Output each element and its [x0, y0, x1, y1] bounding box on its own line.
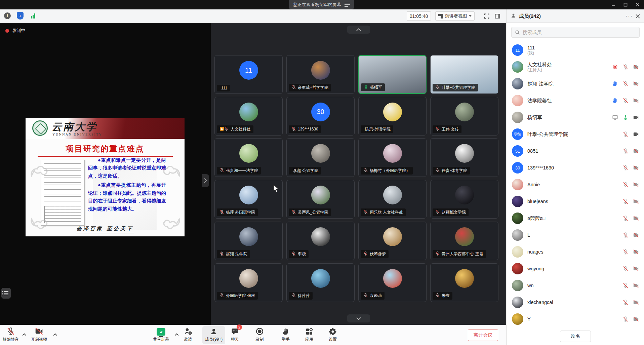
- video-tile[interactable]: 30 139***1630: [286, 97, 355, 136]
- video-tile[interactable]: 外国语学院 张琳: [214, 263, 283, 302]
- video-tile[interactable]: 11 111: [214, 55, 283, 94]
- audio-options-chevron[interactable]: [22, 331, 27, 336]
- member-row[interactable]: L: [507, 227, 644, 243]
- participant-name: 王伟 文传: [442, 126, 459, 132]
- member-row[interactable]: bluejeans: [507, 193, 644, 210]
- video-tile[interactable]: 人文社科处: [214, 97, 283, 136]
- close-window-button[interactable]: [634, 1, 641, 8]
- member-name: bluejeans: [527, 198, 622, 204]
- slide-bullets: ●重点和难点一定要分开，是两回事，很多申请者论证时说重点即难点，这是废话。 ●重…: [88, 156, 166, 214]
- view-mode-selector[interactable]: 演讲者视图: [435, 11, 475, 21]
- video-tile[interactable]: 杨绍军: [358, 55, 427, 94]
- minimize-button[interactable]: [610, 1, 617, 8]
- banner-menu-icon[interactable]: [345, 3, 350, 7]
- video-options-chevron[interactable]: [53, 331, 58, 336]
- search-input[interactable]: [523, 30, 636, 35]
- mic-muted-icon: [622, 131, 629, 137]
- bottom-toolbar: 解除静音 开启视频 共享屏幕 邀请: [0, 325, 506, 345]
- leave-meeting-button[interactable]: 离开会议: [468, 329, 498, 341]
- rename-button[interactable]: 改名: [560, 331, 591, 342]
- video-tile[interactable]: 李极: [286, 222, 355, 260]
- video-tile[interactable]: 陈思-外语学院: [358, 97, 427, 136]
- mic-muted-icon: [622, 182, 629, 188]
- members-button[interactable]: 成员(99+): [202, 326, 225, 344]
- video-tile[interactable]: 贵州大学西部中心-王君: [430, 222, 498, 260]
- member-row[interactable]: 法学院姜红: [507, 92, 644, 109]
- participant-status-icons: [291, 293, 296, 299]
- video-tile[interactable]: 周乐欣 人文社科处: [358, 180, 427, 219]
- member-row[interactable]: xiechangcai: [507, 294, 644, 311]
- member-row[interactable]: 11 111 (我): [507, 42, 644, 59]
- chat-button[interactable]: 2 聊天: [231, 326, 239, 344]
- video-tile[interactable]: 吴声凤_公管学院: [286, 180, 355, 219]
- member-text: 赵翔-法学院: [527, 81, 612, 87]
- member-row[interactable]: Y: [507, 311, 644, 327]
- network-status-button[interactable]: [29, 12, 37, 20]
- cam-muted-icon: [633, 198, 639, 204]
- video-tile[interactable]: 余军成+哲学学院: [286, 55, 355, 94]
- maximize-button[interactable]: [622, 1, 629, 8]
- video-tile[interactable]: 赵颖旎文学院: [430, 180, 498, 219]
- video-tile[interactable]: 杨梅竹（外国语学院）: [358, 138, 427, 177]
- agenda-list-button[interactable]: [1, 288, 11, 299]
- video-tile[interactable]: 任贵-体育学院: [430, 138, 498, 177]
- member-row[interactable]: 杨绍军: [507, 109, 644, 126]
- mic-muted-icon: [363, 168, 368, 172]
- record-button[interactable]: 录制: [255, 326, 264, 344]
- member-search-box[interactable]: [511, 27, 640, 38]
- member-row[interactable]: 赵翔-法学院: [507, 75, 644, 92]
- member-row[interactable]: Annie: [507, 176, 644, 193]
- member-avatar: 11: [512, 44, 523, 56]
- video-tile[interactable]: 李超 公管学院: [286, 138, 355, 177]
- member-row[interactable]: nuages: [507, 243, 644, 260]
- video-tile[interactable]: 袁晓莉: [358, 263, 427, 302]
- member-row[interactable]: 学院 叶攀-公共管理学院: [507, 126, 644, 143]
- unmute-button[interactable]: 解除静音: [3, 326, 19, 344]
- grid-scroll-up-button[interactable]: [347, 26, 370, 34]
- members-more-button[interactable]: ···: [626, 14, 633, 18]
- start-video-button[interactable]: 开启视频: [31, 326, 47, 344]
- share-screen-button[interactable]: 共享屏幕: [153, 326, 169, 344]
- member-row[interactable]: 人文社科处 (主持人): [507, 59, 644, 75]
- video-tile[interactable]: 朱睿: [430, 263, 498, 302]
- video-tile[interactable]: 王伟 文传: [430, 97, 498, 136]
- meeting-info-button[interactable]: i: [3, 12, 11, 20]
- fullscreen-button[interactable]: [482, 11, 491, 21]
- member-row[interactable]: 30 139****1630: [507, 159, 644, 176]
- recording-label: 录制中: [12, 28, 25, 34]
- video-tile[interactable]: 叶攀-公共管理学院: [430, 55, 498, 94]
- side-panel-toggle-button[interactable]: [493, 11, 502, 21]
- member-status-icons: [622, 282, 639, 289]
- cam-muted-icon: [633, 98, 639, 104]
- share-options-chevron[interactable]: [175, 331, 179, 336]
- participant-avatar: [383, 227, 402, 246]
- apps-button[interactable]: 应用: [305, 326, 313, 344]
- watching-screen-banner[interactable]: 您正在观看杨绍军的屏幕: [289, 0, 354, 9]
- security-button[interactable]: +: [16, 12, 24, 20]
- video-tile[interactable]: 伏琴@梦: [358, 222, 427, 260]
- video-tile[interactable]: 赵翔-法学院: [214, 222, 283, 260]
- mic-muted-icon: [622, 148, 629, 154]
- video-tile[interactable]: 徐萍萍: [286, 263, 355, 302]
- settings-button[interactable]: 设置: [329, 326, 337, 344]
- grid-scroll-down-button[interactable]: [347, 314, 370, 322]
- participant-avatar: 30: [311, 103, 330, 121]
- participant-avatar: [239, 103, 258, 121]
- record-icon: [612, 64, 618, 70]
- member-row[interactable]: ə茜茜ɕ□: [507, 210, 644, 227]
- member-text: L: [527, 232, 622, 238]
- members-panel-close-button[interactable]: [636, 14, 640, 18]
- participant-avatar: [455, 269, 474, 288]
- expand-share-button[interactable]: [202, 174, 209, 187]
- video-tile[interactable]: 杨萍 外国语学院: [214, 180, 283, 219]
- member-text: xiechangcai: [527, 299, 622, 305]
- member-row[interactable]: wgyong: [507, 260, 644, 277]
- member-row[interactable]: wn: [507, 277, 644, 294]
- raise-hand-button[interactable]: 举手: [282, 326, 290, 344]
- mic-muted-icon: [622, 266, 629, 272]
- invite-button[interactable]: 邀请: [184, 326, 192, 344]
- member-row[interactable]: 51 0851: [507, 143, 644, 159]
- participant-name-label: 李极: [289, 250, 309, 258]
- video-tile[interactable]: 张贵湘——法学院: [214, 138, 283, 177]
- camera-muted-icon: [34, 327, 44, 336]
